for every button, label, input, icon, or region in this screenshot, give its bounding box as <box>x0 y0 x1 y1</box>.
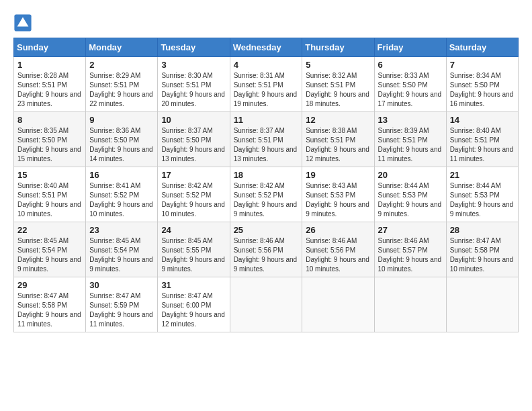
calendar-day-cell: 5 Sunrise: 8:32 AMSunset: 5:51 PMDayligh… <box>302 57 374 112</box>
calendar-day-cell <box>302 277 374 332</box>
calendar-day-cell: 10 Sunrise: 8:37 AMSunset: 5:50 PMDaylig… <box>158 112 230 167</box>
day-info: Sunrise: 8:45 AMSunset: 5:54 PMDaylight:… <box>89 237 153 273</box>
calendar-day-cell: 2 Sunrise: 8:29 AMSunset: 5:51 PMDayligh… <box>86 57 158 112</box>
day-info: Sunrise: 8:46 AMSunset: 5:56 PMDaylight:… <box>306 237 369 273</box>
calendar-week-row: 29 Sunrise: 8:47 AMSunset: 5:58 PMDaylig… <box>14 277 519 332</box>
day-info: Sunrise: 8:35 AMSunset: 5:50 PMDaylight:… <box>17 127 81 163</box>
calendar-day-cell <box>230 277 302 332</box>
day-number: 6 <box>378 60 443 70</box>
calendar-day-cell <box>374 277 446 332</box>
day-info: Sunrise: 8:32 AMSunset: 5:51 PMDaylight:… <box>306 72 369 107</box>
day-number: 13 <box>378 115 443 125</box>
day-info: Sunrise: 8:39 AMSunset: 5:51 PMDaylight:… <box>378 127 442 163</box>
day-number: 30 <box>89 280 154 290</box>
calendar-day-cell: 7 Sunrise: 8:34 AMSunset: 5:50 PMDayligh… <box>446 57 518 112</box>
weekday-header-friday: Friday <box>374 38 446 57</box>
day-number: 20 <box>378 170 443 180</box>
day-number: 15 <box>17 170 82 180</box>
day-number: 1 <box>17 60 82 70</box>
day-info: Sunrise: 8:36 AMSunset: 5:50 PMDaylight:… <box>89 127 153 163</box>
day-number: 4 <box>234 60 299 70</box>
calendar-day-cell: 9 Sunrise: 8:36 AMSunset: 5:50 PMDayligh… <box>86 112 158 167</box>
day-info: Sunrise: 8:37 AMSunset: 5:51 PMDaylight:… <box>234 127 298 163</box>
day-info: Sunrise: 8:41 AMSunset: 5:52 PMDaylight:… <box>89 182 153 218</box>
calendar-day-cell: 6 Sunrise: 8:33 AMSunset: 5:50 PMDayligh… <box>374 57 446 112</box>
day-info: Sunrise: 8:34 AMSunset: 5:50 PMDaylight:… <box>450 72 514 107</box>
day-number: 3 <box>161 60 226 70</box>
calendar-day-cell: 21 Sunrise: 8:44 AMSunset: 5:53 PMDaylig… <box>446 167 518 222</box>
day-number: 28 <box>450 225 515 235</box>
calendar-day-cell: 11 Sunrise: 8:37 AMSunset: 5:51 PMDaylig… <box>230 112 302 167</box>
day-info: Sunrise: 8:44 AMSunset: 5:53 PMDaylight:… <box>450 182 514 218</box>
calendar-day-cell: 31 Sunrise: 8:47 AMSunset: 6:00 PMDaylig… <box>158 277 230 332</box>
day-number: 2 <box>89 60 154 70</box>
day-info: Sunrise: 8:38 AMSunset: 5:51 PMDaylight:… <box>306 127 369 163</box>
calendar-day-cell: 4 Sunrise: 8:31 AMSunset: 5:51 PMDayligh… <box>230 57 302 112</box>
page-header <box>13 13 519 32</box>
logo-icon <box>13 13 32 32</box>
calendar-day-cell: 24 Sunrise: 8:45 AMSunset: 5:55 PMDaylig… <box>158 222 230 277</box>
day-number: 16 <box>89 170 154 180</box>
day-info: Sunrise: 8:47 AMSunset: 5:58 PMDaylight:… <box>17 292 81 328</box>
day-info: Sunrise: 8:37 AMSunset: 5:50 PMDaylight:… <box>161 127 225 163</box>
day-number: 26 <box>306 225 370 235</box>
day-info: Sunrise: 8:31 AMSunset: 5:51 PMDaylight:… <box>234 72 298 107</box>
day-number: 12 <box>306 115 370 125</box>
logo <box>13 13 35 32</box>
calendar-day-cell: 1 Sunrise: 8:28 AMSunset: 5:51 PMDayligh… <box>14 57 86 112</box>
weekday-header-monday: Monday <box>86 38 158 57</box>
calendar-day-cell: 16 Sunrise: 8:41 AMSunset: 5:52 PMDaylig… <box>86 167 158 222</box>
day-info: Sunrise: 8:47 AMSunset: 5:58 PMDaylight:… <box>450 237 514 273</box>
day-number: 23 <box>89 225 154 235</box>
day-info: Sunrise: 8:33 AMSunset: 5:50 PMDaylight:… <box>378 72 442 107</box>
calendar-day-cell: 12 Sunrise: 8:38 AMSunset: 5:51 PMDaylig… <box>302 112 374 167</box>
calendar-week-row: 1 Sunrise: 8:28 AMSunset: 5:51 PMDayligh… <box>14 57 519 112</box>
day-info: Sunrise: 8:40 AMSunset: 5:51 PMDaylight:… <box>450 127 514 163</box>
day-number: 5 <box>306 60 370 70</box>
day-number: 14 <box>450 115 515 125</box>
calendar-day-cell <box>446 277 518 332</box>
day-number: 8 <box>17 115 82 125</box>
calendar-day-cell: 14 Sunrise: 8:40 AMSunset: 5:51 PMDaylig… <box>446 112 518 167</box>
day-info: Sunrise: 8:45 AMSunset: 5:55 PMDaylight:… <box>161 237 225 273</box>
weekday-header-row: SundayMondayTuesdayWednesdayThursdayFrid… <box>14 38 519 57</box>
day-info: Sunrise: 8:46 AMSunset: 5:56 PMDaylight:… <box>234 237 298 273</box>
calendar-week-row: 15 Sunrise: 8:40 AMSunset: 5:51 PMDaylig… <box>14 167 519 222</box>
day-number: 17 <box>161 170 226 180</box>
day-number: 21 <box>450 170 515 180</box>
day-info: Sunrise: 8:28 AMSunset: 5:51 PMDaylight:… <box>17 72 81 107</box>
day-info: Sunrise: 8:45 AMSunset: 5:54 PMDaylight:… <box>17 237 81 273</box>
calendar-day-cell: 18 Sunrise: 8:42 AMSunset: 5:52 PMDaylig… <box>230 167 302 222</box>
calendar-table: SundayMondayTuesdayWednesdayThursdayFrid… <box>13 38 519 332</box>
calendar-day-cell: 30 Sunrise: 8:47 AMSunset: 5:59 PMDaylig… <box>86 277 158 332</box>
day-info: Sunrise: 8:47 AMSunset: 6:00 PMDaylight:… <box>161 292 225 328</box>
weekday-header-thursday: Thursday <box>302 38 374 57</box>
day-info: Sunrise: 8:43 AMSunset: 5:53 PMDaylight:… <box>306 182 369 218</box>
day-info: Sunrise: 8:30 AMSunset: 5:51 PMDaylight:… <box>161 72 225 107</box>
day-number: 9 <box>89 115 154 125</box>
day-info: Sunrise: 8:42 AMSunset: 5:52 PMDaylight:… <box>161 182 225 218</box>
calendar-day-cell: 19 Sunrise: 8:43 AMSunset: 5:53 PMDaylig… <box>302 167 374 222</box>
day-info: Sunrise: 8:47 AMSunset: 5:59 PMDaylight:… <box>89 292 153 328</box>
calendar-day-cell: 8 Sunrise: 8:35 AMSunset: 5:50 PMDayligh… <box>14 112 86 167</box>
weekday-header-sunday: Sunday <box>14 38 86 57</box>
calendar-day-cell: 22 Sunrise: 8:45 AMSunset: 5:54 PMDaylig… <box>14 222 86 277</box>
calendar-week-row: 8 Sunrise: 8:35 AMSunset: 5:50 PMDayligh… <box>14 112 519 167</box>
day-number: 18 <box>234 170 299 180</box>
calendar-day-cell: 17 Sunrise: 8:42 AMSunset: 5:52 PMDaylig… <box>158 167 230 222</box>
day-number: 31 <box>161 280 226 290</box>
calendar-day-cell: 26 Sunrise: 8:46 AMSunset: 5:56 PMDaylig… <box>302 222 374 277</box>
day-number: 19 <box>306 170 370 180</box>
day-info: Sunrise: 8:40 AMSunset: 5:51 PMDaylight:… <box>17 182 81 218</box>
calendar-day-cell: 13 Sunrise: 8:39 AMSunset: 5:51 PMDaylig… <box>374 112 446 167</box>
day-info: Sunrise: 8:44 AMSunset: 5:53 PMDaylight:… <box>378 182 442 218</box>
day-number: 22 <box>17 225 82 235</box>
calendar-day-cell: 15 Sunrise: 8:40 AMSunset: 5:51 PMDaylig… <box>14 167 86 222</box>
day-number: 24 <box>161 225 226 235</box>
calendar-day-cell: 3 Sunrise: 8:30 AMSunset: 5:51 PMDayligh… <box>158 57 230 112</box>
day-number: 7 <box>450 60 515 70</box>
weekday-header-wednesday: Wednesday <box>230 38 302 57</box>
day-number: 25 <box>234 225 299 235</box>
calendar-body: 1 Sunrise: 8:28 AMSunset: 5:51 PMDayligh… <box>14 57 519 332</box>
day-info: Sunrise: 8:46 AMSunset: 5:57 PMDaylight:… <box>378 237 442 273</box>
